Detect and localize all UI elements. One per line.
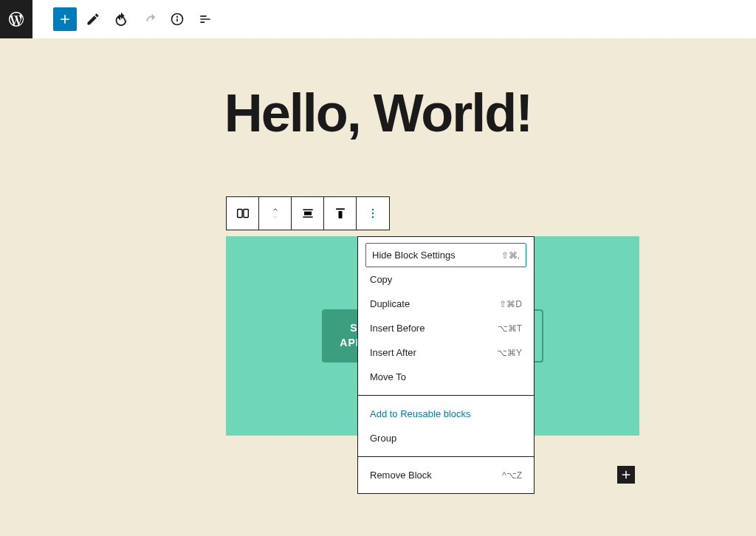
list-icon bbox=[198, 12, 213, 27]
info-button[interactable] bbox=[165, 7, 189, 31]
menu-shortcut: ⌥⌘Y bbox=[497, 348, 522, 358]
align-button[interactable] bbox=[292, 197, 324, 230]
wordpress-icon bbox=[7, 10, 25, 28]
menu-label: Remove Block bbox=[370, 470, 432, 481]
block-type-button[interactable] bbox=[227, 197, 259, 230]
redo-icon bbox=[141, 11, 157, 27]
menu-shortcut: ⌥⌘T bbox=[498, 323, 522, 334]
menu-label: Group bbox=[370, 433, 396, 444]
redo-button[interactable] bbox=[137, 7, 161, 31]
menu-label: Hide Block Settings bbox=[372, 250, 456, 261]
block-mover[interactable] bbox=[259, 197, 292, 230]
menu-duplicate[interactable]: Duplicate ⇧⌘D bbox=[358, 292, 534, 316]
info-icon bbox=[170, 12, 185, 27]
undo-icon bbox=[113, 11, 129, 27]
menu-move-to[interactable]: Move To bbox=[358, 365, 534, 389]
add-block-inline-button[interactable] bbox=[617, 466, 635, 484]
more-vertical-icon bbox=[365, 206, 380, 221]
editor-top-toolbar bbox=[0, 0, 756, 38]
plus-icon bbox=[619, 468, 633, 481]
block-options-menu: Hide Block Settings ⇧⌘, Copy Duplicate ⇧… bbox=[357, 236, 535, 494]
chevron-up-icon bbox=[269, 206, 281, 213]
vertical-align-button[interactable] bbox=[324, 197, 357, 230]
undo-button[interactable] bbox=[109, 7, 133, 31]
align-icon bbox=[300, 206, 315, 221]
menu-group[interactable]: Group bbox=[358, 426, 534, 450]
editor-canvas: Hello, World! bbox=[0, 38, 756, 143]
outline-button[interactable] bbox=[193, 7, 217, 31]
menu-shortcut: ⇧⌘, bbox=[501, 250, 520, 261]
menu-shortcut: ^⌥Z bbox=[502, 470, 522, 481]
svg-rect-4 bbox=[243, 210, 247, 218]
page-title[interactable]: Hello, World! bbox=[0, 83, 756, 143]
svg-point-2 bbox=[177, 16, 178, 17]
menu-add-reusable[interactable]: Add to Reusable blocks bbox=[358, 402, 534, 426]
menu-remove-block[interactable]: Remove Block ^⌥Z bbox=[358, 463, 534, 487]
add-block-toolbar-button[interactable] bbox=[53, 7, 77, 31]
vertical-align-top-icon bbox=[333, 206, 348, 221]
svg-point-6 bbox=[372, 213, 374, 215]
svg-point-5 bbox=[372, 209, 374, 211]
menu-shortcut: ⇧⌘D bbox=[499, 299, 522, 309]
menu-hide-block-settings[interactable]: Hide Block Settings ⇧⌘, bbox=[365, 243, 526, 267]
block-toolbar bbox=[226, 196, 390, 230]
menu-label: Move To bbox=[370, 371, 406, 382]
plus-icon bbox=[58, 12, 72, 27]
chevron-down-icon bbox=[269, 213, 281, 221]
edit-mode-button[interactable] bbox=[81, 7, 105, 31]
menu-label: Insert Before bbox=[370, 323, 425, 334]
menu-label: Duplicate bbox=[370, 298, 410, 309]
svg-rect-3 bbox=[237, 210, 241, 218]
menu-label: Insert After bbox=[370, 347, 416, 358]
menu-label: Copy bbox=[370, 274, 392, 285]
menu-insert-before[interactable]: Insert Before ⌥⌘T bbox=[358, 316, 534, 340]
columns-icon bbox=[235, 205, 251, 221]
menu-copy[interactable]: Copy bbox=[358, 267, 534, 292]
menu-insert-after[interactable]: Insert After ⌥⌘Y bbox=[358, 340, 534, 365]
block-more-button[interactable] bbox=[357, 197, 389, 230]
svg-point-7 bbox=[372, 216, 374, 219]
wordpress-logo-button[interactable] bbox=[0, 0, 32, 38]
menu-label: Add to Reusable blocks bbox=[370, 408, 471, 419]
pencil-icon bbox=[86, 12, 100, 27]
